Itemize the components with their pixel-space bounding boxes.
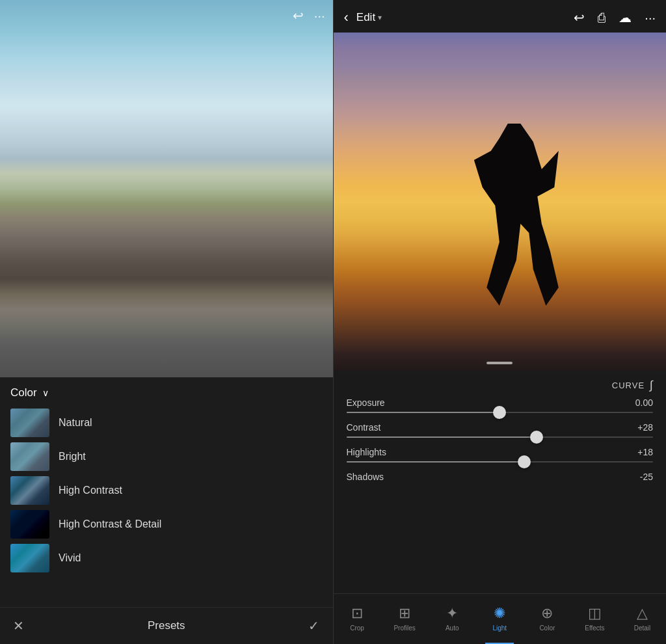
contrast-label: Contrast xyxy=(347,422,381,433)
preset-label-natural: Natural xyxy=(59,417,92,429)
left-photo: ↩ ··· xyxy=(0,0,333,377)
nav-item-color[interactable]: ⊕ Color xyxy=(524,594,571,637)
left-bottom: Color ∨ Natural Bright Hi xyxy=(0,377,333,644)
right-photo-background xyxy=(334,33,667,371)
shadows-slider-row: Shadows -25 xyxy=(347,472,654,482)
preset-thumb-natural xyxy=(10,409,49,437)
contrast-slider-row: Contrast +28 xyxy=(347,422,654,438)
shadows-value: -25 xyxy=(640,472,653,482)
highlights-track[interactable] xyxy=(347,461,654,463)
contrast-thumb[interactable] xyxy=(530,431,543,444)
preset-label-high-contrast: High Contrast xyxy=(59,485,122,496)
photo-handle[interactable] xyxy=(486,362,513,364)
effects-label: Effects xyxy=(585,624,604,632)
color-header-label: Color xyxy=(10,386,37,399)
detail-icon: △ xyxy=(637,605,648,622)
preset-item-bright[interactable]: Bright xyxy=(0,440,333,474)
left-toolbar: ↩ ··· xyxy=(293,8,325,23)
contrast-fill xyxy=(347,436,537,438)
shadows-header: Shadows -25 xyxy=(347,472,654,482)
more-options-icon[interactable]: ··· xyxy=(314,8,325,23)
nav-item-light[interactable]: ✺ Light xyxy=(476,594,524,637)
share-icon[interactable]: ⎙ xyxy=(598,10,606,25)
nav-item-detail[interactable]: △ Detail xyxy=(619,594,666,637)
back-button[interactable]: ‹ xyxy=(344,9,349,26)
right-photo xyxy=(334,33,667,371)
preset-label-hcd: High Contrast & Detail xyxy=(59,518,161,530)
silhouette-figure xyxy=(474,124,559,306)
exposure-label: Exposure xyxy=(347,397,385,408)
color-label: Color xyxy=(539,624,555,632)
nav-item-effects[interactable]: ◫ Effects xyxy=(571,594,619,637)
preset-thumb-vivid xyxy=(10,544,49,572)
preset-label-vivid: Vivid xyxy=(59,552,81,564)
contrast-value: +28 xyxy=(637,422,653,433)
crop-icon: ⊡ xyxy=(351,605,363,622)
nav-item-crop[interactable]: ⊡ Crop xyxy=(334,594,381,637)
left-photo-background xyxy=(0,0,333,377)
exposure-fill xyxy=(347,412,500,413)
presets-list: Natural Bright High Contrast High Contra… xyxy=(0,406,333,607)
presets-title: Presets xyxy=(148,619,185,632)
cloud-icon[interactable]: ☁ xyxy=(619,10,632,25)
crop-label: Crop xyxy=(350,624,364,632)
left-panel: ↩ ··· Color ∨ Natural Bright xyxy=(0,0,333,644)
highlights-value: +18 xyxy=(637,447,653,457)
undo-icon[interactable]: ↩ xyxy=(293,8,304,23)
exposure-thumb[interactable] xyxy=(493,406,506,419)
preset-item-vivid[interactable]: Vivid xyxy=(0,541,333,575)
bottom-nav: ⊡ Crop ⊞ Profiles ✦ Auto ✺ Light ⊕ Color… xyxy=(334,593,667,644)
auto-icon: ✦ xyxy=(446,605,458,622)
preset-thumb-bright xyxy=(10,442,49,471)
exposure-track[interactable] xyxy=(347,412,654,413)
edit-chevron-icon: ▾ xyxy=(378,13,382,22)
auto-label: Auto xyxy=(446,624,459,632)
preset-label-bright: Bright xyxy=(59,451,86,463)
right-panel: ‹ Edit ▾ ↩ ⎙ ☁ ··· CURVE ∫ Exposure 0.00 xyxy=(334,0,667,644)
edit-label: Edit xyxy=(356,11,375,24)
curve-icon[interactable]: ∫ xyxy=(650,379,653,392)
preset-item-hcd[interactable]: High Contrast & Detail xyxy=(0,507,333,541)
color-chevron-icon: ∨ xyxy=(42,388,49,398)
more-icon[interactable]: ··· xyxy=(645,10,656,25)
nav-item-auto[interactable]: ✦ Auto xyxy=(429,594,476,637)
right-controls: CURVE ∫ Exposure 0.00 Contrast +28 xyxy=(334,371,667,593)
contrast-track[interactable] xyxy=(347,436,654,438)
preset-thumb-img xyxy=(10,409,49,437)
exposure-value: 0.00 xyxy=(635,397,653,408)
preset-thumb-img xyxy=(10,442,49,471)
curve-label: CURVE xyxy=(612,381,645,390)
light-icon: ✺ xyxy=(494,605,505,622)
highlights-fill xyxy=(347,461,524,463)
nav-item-profiles[interactable]: ⊞ Profiles xyxy=(381,594,429,637)
preset-item-natural[interactable]: Natural xyxy=(0,406,333,440)
highlights-label: Highlights xyxy=(347,447,386,457)
color-header[interactable]: Color ∨ xyxy=(0,377,333,406)
light-label: Light xyxy=(492,624,507,632)
highlights-thumb[interactable] xyxy=(518,455,531,468)
preset-thumb-img xyxy=(10,544,49,572)
highlights-header: Highlights +18 xyxy=(347,447,654,457)
right-header: ‹ Edit ▾ ↩ ⎙ ☁ ··· xyxy=(334,0,667,33)
close-button[interactable]: ✕ xyxy=(13,618,24,634)
color-icon: ⊕ xyxy=(541,605,553,622)
shadows-label: Shadows xyxy=(347,472,384,482)
preset-thumb-img xyxy=(10,476,49,505)
preset-thumb-high-contrast xyxy=(10,476,49,505)
left-footer: ✕ Presets ✓ xyxy=(0,607,333,644)
preset-thumb-img xyxy=(10,510,49,539)
highlights-slider-row: Highlights +18 xyxy=(347,447,654,463)
profiles-icon: ⊞ xyxy=(399,605,410,622)
confirm-button[interactable]: ✓ xyxy=(308,618,319,634)
effects-icon: ◫ xyxy=(588,605,602,622)
preset-thumb-hcd xyxy=(10,510,49,539)
curve-row: CURVE ∫ xyxy=(347,371,654,397)
preset-item-high-contrast[interactable]: High Contrast xyxy=(0,474,333,507)
profiles-label: Profiles xyxy=(393,624,415,632)
detail-label: Detail xyxy=(634,624,651,632)
exposure-slider-row: Exposure 0.00 xyxy=(347,397,654,413)
contrast-header: Contrast +28 xyxy=(347,422,654,433)
edit-menu[interactable]: Edit ▾ xyxy=(356,11,382,24)
undo-icon[interactable]: ↩ xyxy=(574,10,585,25)
